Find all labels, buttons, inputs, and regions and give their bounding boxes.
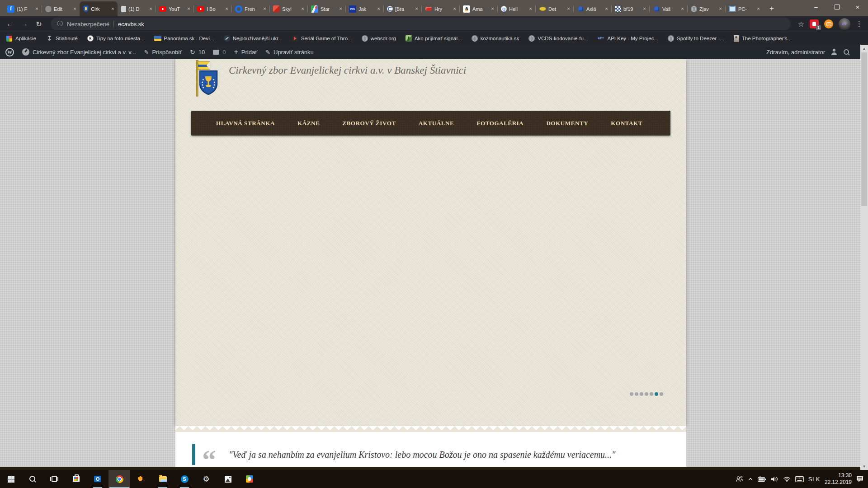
- taskbar-settings-button[interactable]: [195, 470, 217, 488]
- tab-close-icon[interactable]: [147, 5, 154, 12]
- tab-close-icon[interactable]: [603, 5, 610, 12]
- browser-tab[interactable]: bf19: [611, 1, 649, 16]
- bookmark-item[interactable]: Ako prijímať signál...: [406, 35, 462, 42]
- browser-tab[interactable]: I Bo: [193, 1, 231, 16]
- adblock-extension-icon[interactable]: 1: [810, 19, 819, 28]
- bookmark-item[interactable]: API Key - My Projec...: [598, 35, 658, 42]
- nav-menu-item[interactable]: DOKUMENTY: [546, 120, 588, 127]
- tab-close-icon[interactable]: [413, 5, 420, 12]
- browser-tab[interactable]: YouT: [156, 1, 193, 16]
- carousel-dot[interactable]: [640, 392, 643, 396]
- taskbar-explorer-button[interactable]: [152, 470, 174, 488]
- browser-tab[interactable]: Edit: [42, 1, 80, 16]
- taskbar-store-button[interactable]: [65, 470, 87, 488]
- reload-icon[interactable]: [33, 18, 45, 30]
- taskbar-taskview-button[interactable]: [43, 470, 65, 488]
- browser-tab[interactable]: [Bra: [383, 1, 421, 16]
- page-scrollbar[interactable]: [860, 45, 868, 470]
- volume-icon[interactable]: [771, 476, 778, 482]
- greeting-link[interactable]: Zdravím, administrator: [766, 49, 825, 56]
- browser-tab[interactable]: Jak: [345, 1, 383, 16]
- tab-close-icon[interactable]: [375, 5, 382, 12]
- tab-close-icon[interactable]: [337, 5, 344, 12]
- browser-tab[interactable]: PC-: [725, 1, 763, 16]
- tab-close-icon[interactable]: [755, 5, 762, 12]
- browser-tab[interactable]: Zjav: [687, 1, 725, 16]
- bookmark-item[interactable]: Aplikácie: [5, 35, 36, 42]
- chevron-up-icon[interactable]: [748, 477, 753, 481]
- scrollbar-thumb[interactable]: [861, 52, 867, 206]
- nav-menu-item[interactable]: FOTOGALÉRIA: [476, 120, 524, 127]
- taskbar-flstudio-button[interactable]: [130, 470, 152, 488]
- carousel-dot[interactable]: [655, 392, 658, 396]
- bookmark-item[interactable]: websdr.org: [362, 35, 396, 42]
- bookmark-item[interactable]: Nejpoužívanější ukr...: [224, 35, 283, 42]
- edit-page-button[interactable]: Upraviť stránku: [265, 49, 314, 56]
- minimize-icon[interactable]: [806, 0, 826, 14]
- close-icon[interactable]: [847, 0, 868, 14]
- wifi-icon[interactable]: [783, 476, 791, 482]
- browser-tab[interactable]: Det: [535, 1, 573, 16]
- carousel-dot[interactable]: [650, 392, 653, 396]
- forward-icon[interactable]: [18, 18, 31, 30]
- url-text[interactable]: ecavbs.sk: [118, 21, 144, 28]
- action-center-icon[interactable]: [856, 476, 864, 483]
- search-icon[interactable]: [843, 49, 850, 56]
- taskbar-skype-button[interactable]: [174, 470, 195, 488]
- browser-tab[interactable]: (1) F: [4, 1, 42, 16]
- site-title[interactable]: Cirkevný zbor Evanjelickej cirkvi a.v. v…: [229, 65, 466, 76]
- browser-tab[interactable]: Hry: [421, 1, 459, 16]
- carousel-dot[interactable]: [660, 392, 663, 396]
- carousel-dot[interactable]: [630, 392, 633, 396]
- carousel-dot[interactable]: [645, 392, 648, 396]
- taskbar-start-button[interactable]: [0, 470, 22, 488]
- scroll-up-icon[interactable]: [860, 45, 868, 52]
- bookmark-item[interactable]: Seriál Game of Thro...: [292, 35, 352, 42]
- bookmark-item[interactable]: VCDS-kodovanie-fu...: [528, 35, 588, 42]
- browser-tab[interactable]: Fren: [231, 1, 269, 16]
- browser-menu-icon[interactable]: [856, 20, 863, 28]
- bookmark-item[interactable]: Spotify to Deezer -...: [668, 35, 724, 42]
- wp-logo-menu[interactable]: [5, 48, 14, 56]
- language-indicator[interactable]: SLK: [808, 476, 820, 483]
- tab-close-icon[interactable]: [261, 5, 268, 12]
- taskbar-chrome-button[interactable]: [108, 470, 130, 488]
- battery-icon[interactable]: [758, 476, 766, 482]
- user-icon[interactable]: [831, 49, 837, 55]
- info-icon[interactable]: [57, 20, 63, 28]
- bookmark-item[interactable]: Tipy na foto-miesta...: [87, 35, 145, 42]
- nav-menu-item[interactable]: AKTUÁLNE: [419, 120, 454, 127]
- tab-close-icon[interactable]: [451, 5, 458, 12]
- new-tab-button[interactable]: [766, 3, 778, 14]
- tab-close-icon[interactable]: [223, 5, 230, 12]
- tab-close-icon[interactable]: [679, 5, 686, 12]
- people-icon[interactable]: [736, 476, 743, 483]
- browser-tab[interactable]: Star: [307, 1, 345, 16]
- bookmark-item[interactable]: Panoráma.sk - Deví...: [154, 36, 214, 41]
- site-menu[interactable]: Cirkevný zbor Evanjelickej cirkvi a.v. v…: [22, 48, 136, 56]
- nav-menu-item[interactable]: HLAVNÁ STRÁNKA: [216, 120, 275, 127]
- browser-tab[interactable]: Skyl: [269, 1, 307, 16]
- tab-close-icon[interactable]: [33, 5, 40, 12]
- browser-tab[interactable]: Ama: [459, 1, 497, 16]
- nav-menu-item[interactable]: ZBOROVÝ ŽIVOT: [342, 120, 396, 127]
- browser-tab[interactable]: Axiá: [573, 1, 611, 16]
- bookmark-star-icon[interactable]: [798, 20, 804, 28]
- back-icon[interactable]: [4, 18, 16, 30]
- tab-close-icon[interactable]: [641, 5, 648, 12]
- profile-avatar[interactable]: DV: [839, 18, 850, 30]
- browser-tab[interactable]: Vaš: [649, 1, 687, 16]
- taskbar-outlook-button[interactable]: [87, 470, 108, 488]
- new-content-button[interactable]: Pridať: [234, 48, 257, 56]
- customize-button[interactable]: Prispôsobiť: [144, 49, 182, 56]
- bookmark-item[interactable]: Stiahnuté: [46, 35, 78, 42]
- maximize-icon[interactable]: [826, 0, 847, 14]
- scroll-down-icon[interactable]: [860, 463, 868, 470]
- nav-menu-item[interactable]: KÁZNE: [297, 120, 320, 127]
- browser-tab[interactable]: Hell: [497, 1, 535, 16]
- bookmark-item[interactable]: The Photographer's...: [734, 35, 792, 42]
- bookmark-item[interactable]: kozmonautika.sk: [472, 35, 519, 42]
- address-bar[interactable]: Nezabezpečené ecavbs.sk: [51, 18, 791, 30]
- church-crest-logo[interactable]: [193, 60, 220, 100]
- tab-close-icon[interactable]: [109, 5, 116, 12]
